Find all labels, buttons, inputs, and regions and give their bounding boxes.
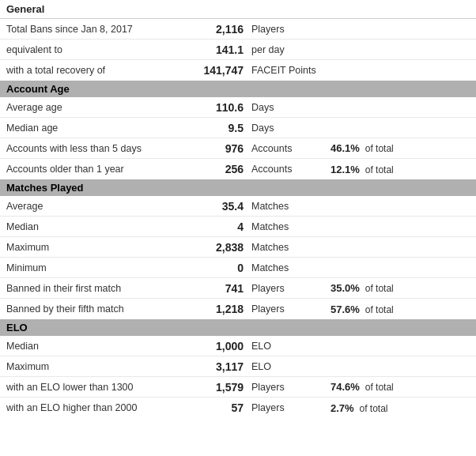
table-row: Median 1,000 ELO [0,336,476,356]
row-value: 976 [180,142,251,155]
row-unit: Matches [251,221,331,232]
row-value: 1,579 [180,381,251,394]
row-label: Accounts older than 1 year [6,164,180,175]
row-percent: 74.6% of total [331,381,470,393]
row-unit: Players [251,24,331,35]
row-label: with an ELO lower than 1300 [6,382,180,393]
row-unit: Players [251,402,331,413]
row-unit: per day [251,44,331,55]
row-unit: Days [251,102,331,113]
of-total-label: of total [362,304,393,315]
row-value: 1,218 [180,303,251,315]
row-label: Total Bans since Jan 8, 2017 [6,24,180,35]
row-label: Median age [6,122,180,134]
row-unit: Matches [251,262,331,273]
of-total-label: of total [362,382,393,393]
row-value: 9.5 [180,122,251,134]
of-total-label: of total [362,164,393,175]
row-unit: ELO [251,341,331,352]
of-total-label: of total [362,143,393,154]
row-unit: Players [251,283,331,294]
row-unit: Accounts [251,164,331,175]
row-value: 1,000 [180,340,251,352]
row-value: 110.6 [180,101,251,114]
stats-container: General Total Bans since Jan 8, 2017 2,1… [0,0,476,418]
table-row: Accounts with less than 5 days 976 Accou… [0,138,476,159]
table-row: with a total recovery of 141,747 FACEIT … [0,60,476,81]
row-value: 141.1 [180,43,251,56]
row-label: Banned by their fifth match [6,303,180,315]
row-value: 256 [180,163,251,175]
general-header: General [0,0,476,19]
row-unit: Accounts [251,143,331,154]
row-value: 741 [180,282,251,295]
table-row: Maximum 2,838 Matches [0,237,476,258]
row-unit: Matches [251,242,331,253]
row-value: 3,117 [180,360,251,373]
account-age-rows: Average age 110.6 Days Median age 9.5 Da… [0,97,476,179]
row-percent: 35.0% of total [331,282,470,294]
account-age-title: Account Age [6,83,70,95]
row-unit: Days [251,122,331,134]
table-row: Maximum 3,117 ELO [0,356,476,377]
row-value: 2,838 [180,241,251,254]
row-label: with an ELO higher than 2000 [6,402,180,413]
account-age-header: Account Age [0,81,476,97]
row-label: Average age [6,102,180,113]
row-label: Maximum [6,361,180,372]
table-row: Average age 110.6 Days [0,97,476,118]
general-rows: Total Bans since Jan 8, 2017 2,116 Playe… [0,19,476,81]
row-unit: ELO [251,361,331,372]
row-value: 57 [180,401,251,414]
row-label: Average [6,201,180,212]
percent-value: 46.1% [331,142,360,154]
row-label: with a total recovery of [6,65,180,76]
percent-value: 12.1% [331,164,360,175]
row-percent: 57.6% of total [331,303,470,315]
elo-title: ELO [6,322,28,334]
percent-value: 35.0% [331,282,360,294]
row-unit: FACEIT Points [251,65,331,76]
table-row: with an ELO higher than 2000 57 Players … [0,398,476,418]
matches-played-rows: Average 35.4 Matches Median 4 Matches Ma… [0,196,476,319]
percent-value: 74.6% [331,381,360,393]
table-row: equivalent to 141.1 per day [0,40,476,60]
row-percent: 46.1% of total [331,142,470,154]
table-row: Median 4 Matches [0,217,476,237]
elo-rows: Median 1,000 ELO Maximum 3,117 ELO with … [0,336,476,418]
elo-header: ELO [0,319,476,336]
row-value: 4 [180,220,251,233]
percent-value: 2.7% [331,402,354,414]
row-value: 141,747 [180,64,251,77]
percent-value: 57.6% [331,303,360,315]
of-total-label: of total [362,283,393,294]
row-value: 35.4 [180,200,251,213]
row-label: Maximum [6,242,180,253]
of-total-label: of total [357,403,387,414]
table-row: Banned in their first match 741 Players … [0,278,476,299]
table-row: with an ELO lower than 1300 1,579 Player… [0,377,476,398]
matches-played-title: Matches Played [6,182,84,194]
row-label: Accounts with less than 5 days [6,143,180,154]
row-value: 0 [180,262,251,274]
row-label: equivalent to [6,44,180,55]
row-unit: Matches [251,201,331,212]
table-row: Total Bans since Jan 8, 2017 2,116 Playe… [0,19,476,40]
row-label: Median [6,221,180,232]
row-label: Minimum [6,262,180,273]
row-percent: 2.7% of total [331,402,470,414]
table-row: Minimum 0 Matches [0,258,476,278]
table-row: Average 35.4 Matches [0,196,476,217]
row-percent: 12.1% of total [331,164,470,175]
general-title: General [6,3,44,15]
table-row: Banned by their fifth match 1,218 Player… [0,299,476,319]
row-label: Banned in their first match [6,283,180,294]
row-unit: Players [251,382,331,393]
table-row: Accounts older than 1 year 256 Accounts … [0,159,476,179]
matches-played-header: Matches Played [0,179,476,196]
table-row: Median age 9.5 Days [0,118,476,138]
row-unit: Players [251,303,331,315]
row-label: Median [6,341,180,352]
row-value: 2,116 [180,23,251,36]
